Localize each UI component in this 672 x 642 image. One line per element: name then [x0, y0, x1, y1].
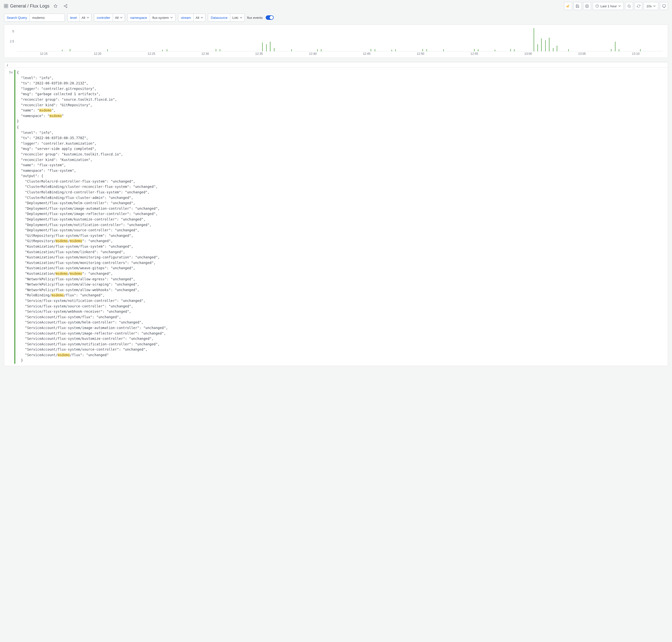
search-highlight: msdemo: [70, 239, 82, 243]
y-tick: 2.5: [10, 40, 14, 43]
chart-bar: [220, 49, 220, 51]
chart-bar: [549, 38, 550, 51]
search-highlight: msdemo: [55, 271, 68, 275]
search-input[interactable]: [30, 14, 65, 22]
chart-bar: [443, 49, 444, 51]
chart-bar: [317, 49, 318, 51]
add-panel-button[interactable]: +: [564, 2, 572, 10]
svg-line-8: [65, 5, 66, 6]
svg-rect-3: [6, 6, 8, 8]
chart-bar: [510, 49, 511, 51]
chart-bar: [70, 49, 70, 51]
svg-text:+: +: [569, 4, 570, 6]
svg-line-9: [65, 6, 66, 7]
svg-rect-11: [567, 5, 568, 7]
chart-bar: [274, 48, 274, 51]
datasource-select[interactable]: Loki: [230, 14, 245, 22]
refresh-button[interactable]: [635, 2, 642, 10]
breadcrumb: General / Flux Logs: [4, 2, 562, 10]
level-select[interactable]: All: [80, 14, 91, 22]
chart-plot[interactable]: [17, 27, 663, 51]
chart-bar: [216, 49, 216, 51]
chart-bar: [514, 49, 515, 51]
log-body: { "level": "info", "ts": "2022-06-03T10:…: [17, 70, 117, 125]
flux-events-label: flux events: [247, 16, 263, 20]
x-tick: 13:05: [578, 52, 586, 55]
search-highlight: msdemo: [70, 271, 82, 275]
chart-bar: [321, 49, 321, 51]
stream-select[interactable]: All: [194, 14, 205, 22]
namespace-label: namespace: [127, 14, 150, 22]
x-tick: 12:45: [363, 52, 371, 55]
stream-label: stream: [178, 14, 194, 22]
chart-bar: [611, 49, 611, 51]
controller-select[interactable]: All: [113, 14, 125, 22]
chart-bar: [167, 49, 167, 51]
search-highlight: msdemo: [39, 108, 51, 112]
breadcrumb-root[interactable]: General: [10, 3, 26, 9]
x-tick: 12:35: [255, 52, 263, 55]
star-icon[interactable]: [51, 2, 60, 10]
x-tick: 12:55: [470, 52, 478, 55]
svg-line-17: [630, 7, 631, 8]
time-range-label: Last 1 hour: [600, 4, 617, 8]
refresh-interval-picker[interactable]: 10s: [644, 2, 658, 10]
svg-rect-19: [662, 4, 666, 7]
chart-bar: [568, 49, 569, 51]
level-label: level: [67, 14, 80, 22]
svg-rect-10: [567, 6, 567, 7]
log-entry[interactable]: 3x{ "level": "info", "ts": "2022-06-03T1…: [4, 70, 668, 125]
info-bar[interactable]: i: [4, 62, 668, 68]
time-range-picker[interactable]: Last 1 hour: [593, 2, 623, 10]
x-tick: 12:20: [94, 52, 101, 55]
svg-point-5: [66, 4, 67, 5]
tv-mode-button[interactable]: [660, 2, 668, 10]
chart-bar: [474, 49, 475, 51]
datasource-label: Datasource: [208, 14, 230, 22]
chart-bar: [375, 49, 375, 51]
zoom-out-button[interactable]: [625, 2, 633, 10]
breadcrumb-page: Flux Logs: [30, 3, 50, 9]
chart-bar: [391, 50, 392, 51]
x-axis: 12:1512:2012:2512:3012:3512:4012:4512:50…: [17, 52, 663, 56]
chart-bar: [619, 49, 619, 51]
search-highlight: msdemo: [51, 293, 64, 297]
save-button[interactable]: [573, 2, 582, 10]
share-icon[interactable]: [62, 2, 69, 10]
x-tick: 12:15: [40, 52, 48, 55]
chart-bar: [262, 42, 263, 51]
svg-rect-1: [6, 4, 8, 6]
svg-rect-0: [4, 4, 6, 6]
svg-marker-4: [54, 4, 57, 8]
controller-label: controller: [94, 14, 113, 22]
chart-bar: [545, 40, 546, 51]
search-query-label: Search Query: [4, 14, 30, 22]
search-highlight: msdemo: [55, 239, 68, 243]
settings-button[interactable]: [583, 2, 591, 10]
svg-rect-12: [568, 5, 569, 8]
chart-bar: [426, 49, 427, 51]
chart-bar: [266, 44, 267, 51]
chart-bar: [107, 49, 108, 51]
log-level-bar: [14, 70, 15, 125]
chart-bar: [640, 49, 641, 51]
refresh-interval-label: 10s: [646, 4, 652, 8]
apps-icon[interactable]: [4, 4, 8, 8]
flux-events-toggle[interactable]: [266, 15, 274, 20]
chart-bar: [541, 38, 542, 51]
x-tick: 12:30: [202, 52, 209, 55]
search-highlight: msdemo: [58, 353, 70, 357]
chart-bar: [395, 49, 396, 51]
chart-bar: [615, 42, 616, 51]
log-entry[interactable]: { "level": "info", "ts": "2022-06-03T10:…: [4, 125, 668, 364]
chart-bar: [495, 50, 495, 51]
chart-bar: [371, 49, 371, 51]
x-tick: 12:50: [417, 52, 424, 55]
svg-point-7: [66, 7, 67, 8]
namespace-select[interactable]: flux-system: [150, 14, 176, 22]
chart-bar: [478, 49, 478, 51]
y-axis: 2.55: [4, 27, 16, 51]
chart-bar: [270, 42, 270, 51]
svg-rect-2: [4, 6, 6, 8]
y-tick: 5: [12, 30, 14, 33]
